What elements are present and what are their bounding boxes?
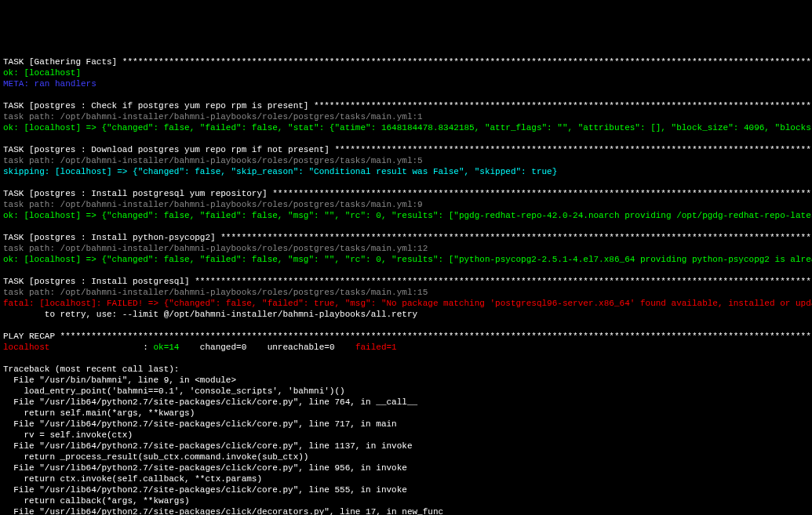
task-path: task path: /opt/bahmni-installer/bahmni-… — [3, 112, 423, 121]
traceback-line: rv = self.invoke(ctx) — [3, 430, 133, 440]
task-header: TASK [Gathering Facts] *****************… — [3, 57, 812, 67]
task-path: task path: /opt/bahmni-installer/bahmni-… — [3, 156, 423, 165]
traceback-line: File "/usr/lib64/python2.7/site-packages… — [3, 485, 407, 495]
skipping-line: skipping: [localhost] => {"changed": fal… — [3, 167, 557, 176]
ok-line: ok: [localhost] => {"changed": false, "f… — [3, 211, 812, 220]
task-path: task path: /opt/bahmni-installer/bahmni-… — [3, 244, 428, 253]
play-recap-header: PLAY RECAP *****************************… — [3, 332, 812, 341]
ok-line: ok: [localhost] — [3, 68, 81, 78]
terminal-output[interactable]: TASK [Gathering Facts] *****************… — [0, 55, 812, 515]
traceback-line: return self.main(*args, **kwargs) — [3, 408, 195, 418]
recap-changed: changed=0 unreachable=0 — [179, 343, 355, 352]
retry-line: to retry, use: --limit @/opt/bahmni-inst… — [3, 310, 417, 319]
recap-ok: ok=14 — [153, 343, 179, 352]
recap-sep: : — [143, 343, 153, 352]
traceback-line: return ctx.invoke(self.callback, **ctx.p… — [3, 474, 262, 484]
traceback-line: File "/usr/lib64/python2.7/site-packages… — [3, 397, 417, 407]
task-header: TASK [postgres : Install python-psycopg2… — [3, 233, 812, 242]
traceback-line: File "/usr/lib64/python2.7/site-packages… — [3, 463, 407, 473]
traceback-line: File "/usr/bin/bahmni", line 9, in <modu… — [3, 375, 236, 385]
traceback-line: load_entry_point('bahmni==0.1', 'console… — [3, 386, 345, 396]
task-path: task path: /opt/bahmni-installer/bahmni-… — [3, 200, 423, 209]
traceback-line: return _process_result(sub_ctx.command.i… — [3, 452, 308, 462]
task-header: TASK [postgres : Check if postgres yum r… — [3, 101, 812, 111]
traceback-header: Traceback (most recent call last): — [3, 364, 179, 374]
task-header: TASK [postgres : Install postgresql] ***… — [3, 277, 812, 286]
recap-host: localhost — [3, 343, 143, 352]
task-path: task path: /opt/bahmni-installer/bahmni-… — [3, 288, 428, 297]
ok-line: ok: [localhost] => {"changed": false, "f… — [3, 123, 812, 132]
traceback-line: return callback(*args, **kwargs) — [3, 496, 190, 506]
task-header: TASK [postgres : Download postgres yum r… — [3, 145, 812, 154]
traceback-line: File "/usr/lib64/python2.7/site-packages… — [3, 507, 443, 515]
task-header: TASK [postgres : Install postgresql yum … — [3, 189, 812, 198]
ok-line: ok: [localhost] => {"changed": false, "f… — [3, 255, 812, 264]
recap-failed: failed=1 — [355, 343, 397, 352]
traceback-line: File "/usr/lib64/python2.7/site-packages… — [3, 441, 413, 451]
meta-line: META: ran handlers — [3, 79, 96, 89]
fatal-line: fatal: [localhost]: FAILED! => {"changed… — [3, 299, 812, 308]
traceback-line: File "/usr/lib64/python2.7/site-packages… — [3, 419, 397, 429]
